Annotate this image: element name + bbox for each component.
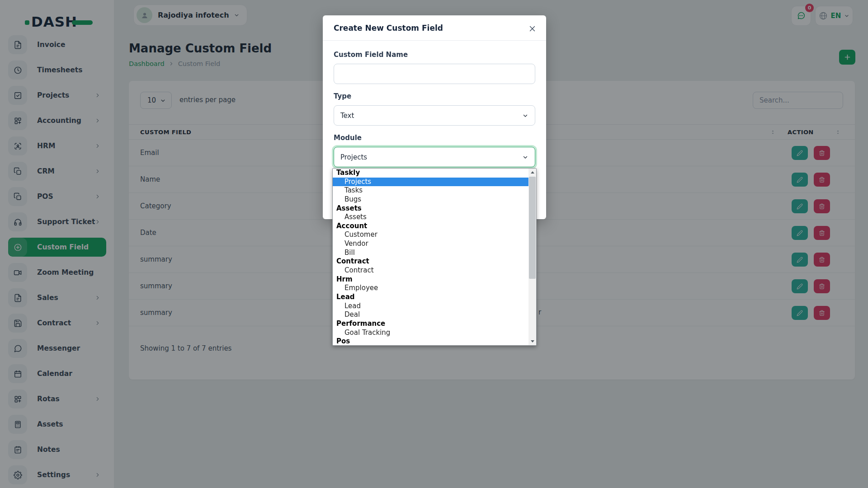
- type-select[interactable]: Text: [334, 105, 535, 126]
- custom-field-name-input[interactable]: [334, 64, 535, 84]
- dropdown-option-customer[interactable]: Customer: [333, 230, 528, 239]
- modal-header: Create New Custom Field: [323, 15, 546, 41]
- dropdown-option-deal[interactable]: Deal: [333, 310, 528, 319]
- dropdown-group-pos: Pos: [333, 337, 528, 345]
- module-select[interactable]: Projects: [334, 147, 535, 167]
- dropdown-option-contract[interactable]: Contract: [333, 266, 528, 275]
- dropdown-group-lead: Lead: [333, 293, 528, 302]
- dropdown-option-assets[interactable]: Assets: [333, 213, 528, 222]
- dropdown-option-employee[interactable]: Employee: [333, 284, 528, 293]
- close-icon: [528, 25, 536, 33]
- type-select-value: Text: [340, 112, 522, 120]
- type-label: Type: [334, 92, 535, 102]
- dropdown-group-contract: Contract: [333, 257, 528, 266]
- scrollbar-thumb[interactable]: [529, 177, 536, 279]
- dropdown-scrollbar[interactable]: [528, 169, 536, 345]
- module-label: Module: [334, 134, 535, 143]
- dropdown-group-taskly: Taskly: [333, 169, 528, 178]
- dropdown-option-bugs[interactable]: Bugs: [333, 195, 528, 204]
- module-dropdown-list: TasklyProjectsTasksBugsAssetsAssetsAccou…: [332, 168, 537, 346]
- dropdown-options: TasklyProjectsTasksBugsAssetsAssetsAccou…: [333, 169, 528, 345]
- modal-body: Custom Field Name Type Text Module Proje…: [323, 41, 546, 167]
- dropdown-option-vendor[interactable]: Vendor: [333, 239, 528, 249]
- dropdown-group-performance: Performance: [333, 319, 528, 328]
- modal-title: Create New Custom Field: [334, 23, 443, 33]
- dropdown-group-account: Account: [333, 222, 528, 231]
- scroll-down-arrow-icon[interactable]: [528, 338, 536, 345]
- chevron-down-icon: [522, 113, 528, 119]
- scroll-up-arrow-icon[interactable]: [528, 169, 536, 176]
- custom-field-name-label: Custom Field Name: [334, 51, 535, 60]
- module-select-value: Projects: [340, 153, 522, 161]
- close-button[interactable]: [526, 23, 538, 34]
- dropdown-option-bill[interactable]: Bill: [333, 249, 528, 258]
- chevron-down-icon: [522, 154, 528, 160]
- dropdown-group-assets: Assets: [333, 204, 528, 213]
- dropdown-option-goal-tracking[interactable]: Goal Tracking: [333, 328, 528, 338]
- dropdown-group-hrm: Hrm: [333, 275, 528, 284]
- dropdown-option-projects[interactable]: Projects: [333, 178, 528, 187]
- dropdown-option-lead[interactable]: Lead: [333, 302, 528, 311]
- dropdown-option-tasks[interactable]: Tasks: [333, 186, 528, 195]
